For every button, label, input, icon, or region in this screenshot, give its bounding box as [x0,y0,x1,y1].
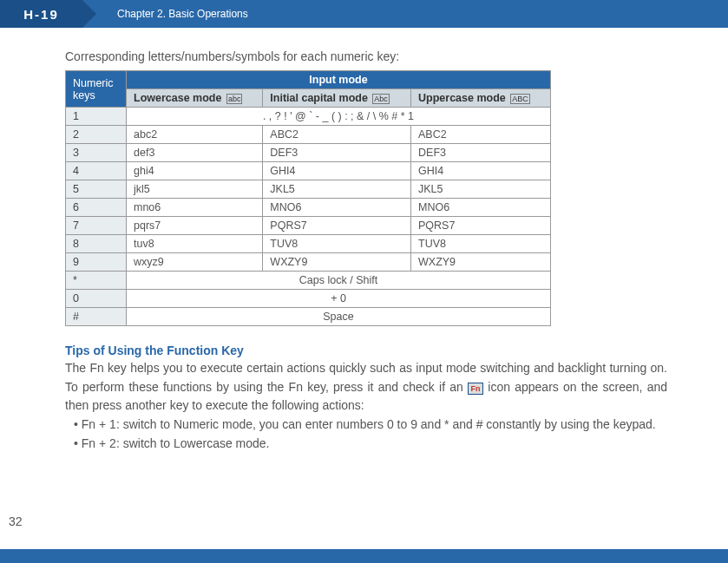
lower-cell: mno6 [127,199,263,217]
key-cell: 3 [66,144,127,162]
upper-cell: DEF3 [411,144,551,162]
lower-cell: def3 [127,144,263,162]
intro-text: Corresponding letters/numbers/symbols fo… [65,49,667,63]
tip-bullet: Fn + 2: switch to Lowercase mode. [65,435,667,454]
initial-cell: ABC2 [263,126,411,144]
key-cell: 5 [66,180,127,199]
footer-bar [0,549,728,563]
span-cell: . , ? ! ' @ ` - _ ( ) : ; & / \ % # * 1 [127,108,551,126]
upper-cell: PQRS7 [411,217,551,235]
table-row: 8tuv8TUV8TUV8 [66,235,551,253]
key-cell: # [66,308,127,326]
table-row: 3def3DEF3DEF3 [66,144,551,162]
table-row: 6mno6MNO6MNO6 [66,199,551,217]
key-cell: 9 [66,253,127,272]
table-row: 0+ 0 [66,290,551,308]
table-row: *Caps lock / Shift [66,272,551,290]
key-cell: 1 [66,108,127,126]
initial-cell: PQRS7 [263,217,411,235]
logo: H-19 [0,0,82,28]
span-cell: Space [127,308,551,326]
col-header-numeric: Numeric keys [66,71,127,108]
uppercase-label: Uppercase mode [418,92,506,104]
upper-cell: ABC2 [411,126,551,144]
table-row: #Space [66,308,551,326]
table-row: 7pqrs7PQRS7PQRS7 [66,217,551,235]
col-header-uppercase: Uppercase mode ABC [411,89,551,108]
initial-cell: JKL5 [263,180,411,199]
lower-cell: pqrs7 [127,217,263,235]
tip-bullet: Fn + 1: switch to Numeric mode, you can … [65,416,667,435]
tips-heading: Tips of Using the Function Key [65,344,667,357]
initial-label: Initial capital mode [270,92,368,104]
table-row: 5jkl5JKL5JKL5 [66,180,551,199]
initial-icon: Abc [372,94,390,104]
lower-cell: tuv8 [127,235,263,253]
key-cell: 2 [66,126,127,144]
table-row: 4ghi4GHI4GHI4 [66,162,551,180]
span-cell: Caps lock / Shift [127,272,551,290]
chapter-title: Chapter 2. Basic Operations [117,8,248,20]
lower-cell: wxyz9 [127,253,263,272]
upper-cell: JKL5 [411,180,551,199]
initial-cell: TUV8 [263,235,411,253]
col-header-lowercase: Lowercase mode abc [127,89,263,108]
key-cell: 4 [66,162,127,180]
upper-cell: TUV8 [411,235,551,253]
upper-cell: GHI4 [411,162,551,180]
span-cell: + 0 [127,290,551,308]
upper-cell: MNO6 [411,199,551,217]
upper-cell: WXZY9 [411,253,551,272]
key-cell: 0 [66,290,127,308]
initial-cell: GHI4 [263,162,411,180]
table-row: 2abc2ABC2ABC2 [66,126,551,144]
lower-cell: abc2 [127,126,263,144]
uppercase-icon: ABC [510,94,530,104]
table-row: 9wxyz9WXZY9WXZY9 [66,253,551,272]
lowercase-label: Lowercase mode [134,92,221,104]
key-cell: 8 [66,235,127,253]
header-bar: H-19 Chapter 2. Basic Operations [0,0,728,28]
input-mode-table: Numeric keys Input mode Lowercase mode a… [65,70,551,326]
key-cell: 6 [66,199,127,217]
svg-text:Fn: Fn [471,384,481,393]
col-header-initial: Initial capital mode Abc [263,89,411,108]
initial-cell: WXZY9 [263,253,411,272]
lower-cell: jkl5 [127,180,263,199]
lower-cell: ghi4 [127,162,263,180]
lowercase-icon: abc [226,94,243,104]
tips-bullets: Fn + 1: switch to Numeric mode, you can … [65,416,667,453]
page-content: Corresponding letters/numbers/symbols fo… [0,28,728,453]
fn-icon: Fn [468,382,483,394]
initial-cell: DEF3 [263,144,411,162]
key-cell: 7 [66,217,127,235]
col-header-input-mode: Input mode [127,71,551,89]
tips-body: The Fn key helps you to execute certain … [65,359,667,416]
table-row: 1. , ? ! ' @ ` - _ ( ) : ; & / \ % # * 1 [66,108,551,126]
initial-cell: MNO6 [263,199,411,217]
key-cell: * [66,272,127,290]
page-number: 32 [9,514,23,528]
